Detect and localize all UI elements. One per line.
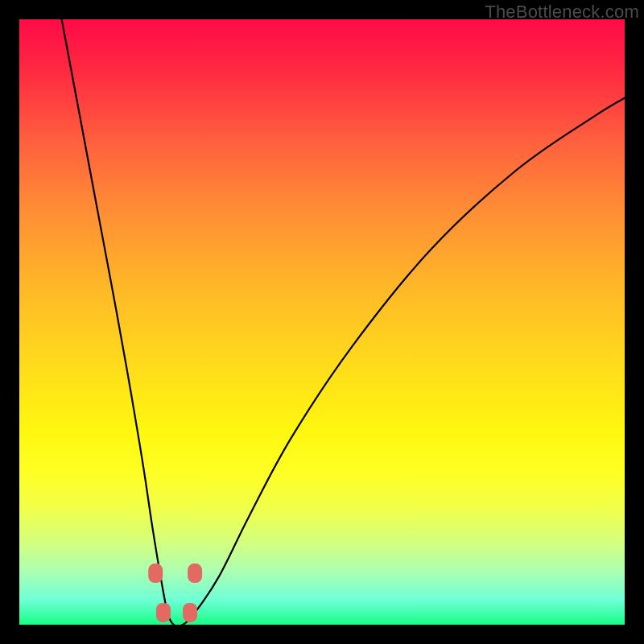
chart-area	[19, 19, 625, 625]
curve-marker	[156, 603, 171, 622]
curve-markers	[148, 564, 202, 622]
watermark-text: TheBottleneck.com	[485, 2, 639, 23]
curve-marker	[183, 603, 197, 622]
bottleneck-curve-path	[62, 19, 625, 626]
curve-marker	[188, 564, 202, 583]
curve-marker	[148, 564, 163, 583]
bottleneck-curve-svg	[19, 19, 625, 625]
